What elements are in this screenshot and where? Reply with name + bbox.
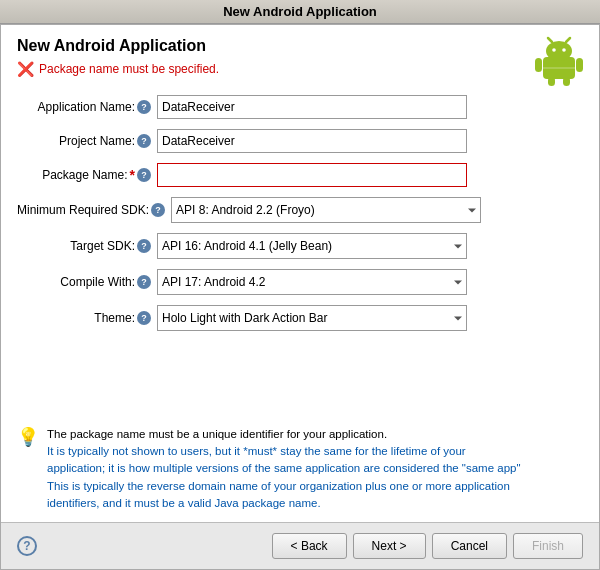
theme-label: Theme: ?	[17, 311, 157, 325]
target-sdk-row: Target SDK: ? API 16: Android 4.1 (Jelly…	[17, 233, 583, 259]
error-message: ❌ Package name must be specified.	[17, 61, 583, 77]
compile-with-select[interactable]: API 17: Android 4.2	[157, 269, 467, 295]
svg-line-5	[566, 38, 570, 42]
svg-line-4	[548, 38, 552, 42]
info-line2: It is typically not shown to users, but …	[47, 445, 466, 457]
project-name-input[interactable]	[157, 129, 467, 153]
theme-help-icon[interactable]: ?	[137, 311, 151, 325]
android-logo	[533, 35, 585, 87]
target-sdk-select[interactable]: API 16: Android 4.1 (Jelly Bean)	[157, 233, 467, 259]
svg-point-3	[562, 48, 566, 52]
min-sdk-label: Minimum Required SDK: ?	[17, 203, 171, 217]
footer-help-button[interactable]: ?	[17, 536, 37, 556]
next-button[interactable]: Next >	[353, 533, 426, 559]
target-sdk-label: Target SDK: ?	[17, 239, 157, 253]
package-name-input[interactable]	[157, 163, 467, 187]
finish-button[interactable]: Finish	[513, 533, 583, 559]
package-name-label: Package Name: * ?	[17, 167, 157, 183]
form-section: Application Name: ? Project Name: ? Pack…	[1, 85, 599, 422]
info-text: The package name must be a unique identi…	[47, 426, 521, 512]
theme-row: Theme: ? Holo Light with Dark Action Bar	[17, 305, 583, 331]
project-name-help-icon[interactable]: ?	[137, 134, 151, 148]
info-line3: application; it is how multiple versions…	[47, 462, 521, 474]
application-name-input[interactable]	[157, 95, 467, 119]
svg-point-2	[552, 48, 556, 52]
project-name-label: Project Name: ?	[17, 134, 157, 148]
project-name-row: Project Name: ?	[17, 129, 583, 153]
application-name-row: Application Name: ?	[17, 95, 583, 119]
info-line1: The package name must be a unique identi…	[47, 428, 387, 440]
svg-rect-8	[548, 77, 555, 86]
page-title: New Android Application	[17, 37, 583, 55]
footer-buttons: < Back Next > Cancel Finish	[272, 533, 583, 559]
dialog-body: New Android Application ❌ Package name m…	[0, 24, 600, 570]
info-section: 💡 The package name must be a unique iden…	[17, 426, 583, 512]
target-sdk-help-icon[interactable]: ?	[137, 239, 151, 253]
compile-with-row: Compile With: ? API 17: Android 4.2	[17, 269, 583, 295]
title-bar: New Android Application	[0, 0, 600, 24]
package-name-help-icon[interactable]: ?	[137, 168, 151, 182]
title-bar-label: New Android Application	[223, 4, 377, 19]
min-sdk-help-icon[interactable]: ?	[151, 203, 165, 217]
package-name-row: Package Name: * ?	[17, 163, 583, 187]
footer-left: ?	[17, 536, 37, 556]
svg-rect-6	[535, 58, 542, 72]
compile-with-help-icon[interactable]: ?	[137, 275, 151, 289]
svg-rect-7	[576, 58, 583, 72]
error-text: Package name must be specified.	[39, 62, 219, 76]
error-icon: ❌	[17, 61, 34, 77]
min-sdk-select[interactable]: API 8: Android 2.2 (Froyo)	[171, 197, 481, 223]
svg-rect-9	[563, 77, 570, 86]
back-button[interactable]: < Back	[272, 533, 347, 559]
footer-bar: ? < Back Next > Cancel Finish	[1, 522, 599, 569]
compile-with-label: Compile With: ?	[17, 275, 157, 289]
application-name-label: Application Name: ?	[17, 100, 157, 114]
package-name-required: *	[130, 167, 135, 183]
info-line5: identifiers, and it must be a valid Java…	[47, 497, 321, 509]
dialog-header: New Android Application ❌ Package name m…	[1, 25, 599, 85]
application-name-help-icon[interactable]: ?	[137, 100, 151, 114]
cancel-button[interactable]: Cancel	[432, 533, 507, 559]
min-sdk-row: Minimum Required SDK: ? API 8: Android 2…	[17, 197, 583, 223]
bulb-icon: 💡	[17, 428, 39, 446]
theme-select[interactable]: Holo Light with Dark Action Bar	[157, 305, 467, 331]
info-line4: This is typically the reverse domain nam…	[47, 480, 510, 492]
svg-point-1	[546, 41, 572, 61]
